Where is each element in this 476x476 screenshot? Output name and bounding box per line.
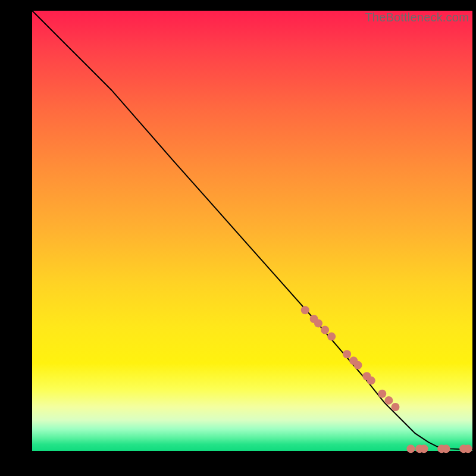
scatter-point <box>327 333 336 341</box>
scatter-point <box>406 444 415 453</box>
scatter-point <box>321 326 329 334</box>
scatter-point <box>378 390 386 398</box>
scatter-point <box>442 444 450 453</box>
scatter-point <box>420 444 428 453</box>
scatter-point <box>464 444 472 453</box>
scatter-point <box>343 350 351 358</box>
scatter-point <box>367 377 375 385</box>
chart-svg <box>32 11 472 451</box>
scatter-point <box>301 306 309 314</box>
chart-frame: TheBottleneck.com <box>0 0 476 476</box>
curve-line <box>32 11 472 449</box>
plot-area: TheBottleneck.com <box>32 11 472 451</box>
scatter-points <box>301 306 472 453</box>
scatter-point <box>384 396 393 405</box>
scatter-point <box>314 319 322 327</box>
scatter-point <box>354 361 362 369</box>
scatter-point <box>392 403 400 411</box>
